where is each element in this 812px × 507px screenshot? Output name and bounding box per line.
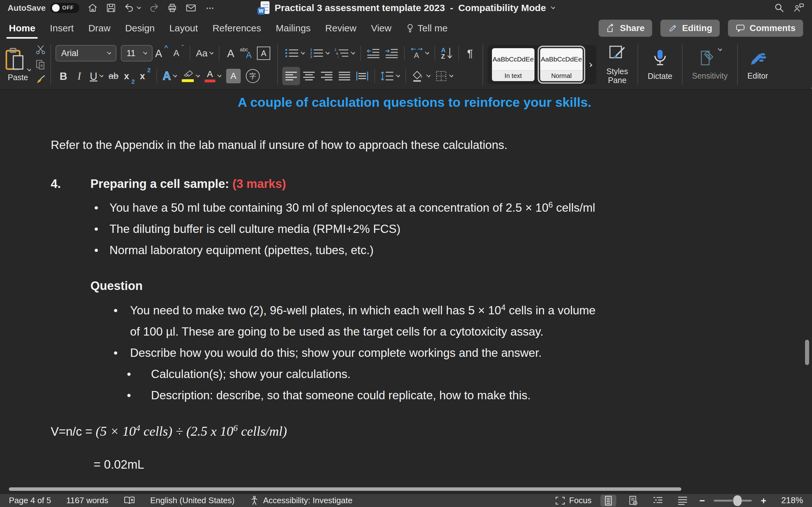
zoom-level[interactable]: 218%: [775, 496, 803, 505]
horizontal-scrollbar[interactable]: [9, 487, 681, 491]
dictate-button[interactable]: Dictate: [643, 42, 677, 88]
font-name-select[interactable]: Arial: [55, 45, 116, 61]
style-card-normal[interactable]: AaBbCcDdEe Normal: [540, 48, 583, 81]
character-border-button[interactable]: A: [254, 44, 273, 62]
web-layout-icon: [628, 496, 638, 506]
comments-button[interactable]: Comments: [728, 20, 803, 37]
numbering-button[interactable]: 123: [307, 44, 332, 62]
highlight-color-button[interactable]: [179, 67, 202, 85]
copy-icon[interactable]: [35, 59, 46, 70]
editing-mode-button[interactable]: Editing: [660, 20, 720, 37]
bullets-button[interactable]: [282, 44, 307, 62]
presence-icon[interactable]: [794, 3, 804, 13]
align-left-button[interactable]: [282, 67, 300, 85]
tab-view[interactable]: View: [371, 23, 392, 34]
shading-button[interactable]: [409, 67, 433, 85]
autosave-label: AutoSave: [8, 3, 46, 13]
justify-button[interactable]: [336, 67, 353, 85]
tab-references[interactable]: References: [212, 23, 261, 34]
save-icon[interactable]: [106, 3, 116, 13]
format-painter-icon[interactable]: [35, 74, 46, 85]
multilevel-list-button[interactable]: 1 a i: [332, 44, 357, 62]
subscript-button[interactable]: x2: [121, 67, 137, 85]
underline-button[interactable]: U: [87, 67, 106, 85]
tab-home[interactable]: Home: [9, 23, 35, 34]
tab-design[interactable]: Design: [125, 23, 154, 34]
bullet-marker: •: [113, 342, 130, 363]
increase-indent-button[interactable]: [383, 44, 401, 62]
font-color-button[interactable]: A: [202, 67, 223, 85]
draft-view-button[interactable]: [675, 495, 691, 507]
print-layout-view-button[interactable]: [600, 495, 616, 507]
change-case-button[interactable]: Aa: [194, 44, 216, 62]
redo-button[interactable]: [149, 3, 159, 13]
editor-button[interactable]: Editor: [742, 42, 773, 88]
paste-button[interactable]: Paste: [5, 48, 31, 82]
focus-button[interactable]: Focus: [555, 496, 592, 505]
paste-chevron-icon[interactable]: [27, 67, 32, 72]
shrink-font-button[interactable]: Aˇ: [171, 44, 187, 62]
word-count[interactable]: 1167 words: [66, 496, 108, 505]
cut-icon[interactable]: [35, 44, 46, 55]
align-right-button[interactable]: [318, 67, 336, 85]
more-commands-icon[interactable]: [205, 3, 215, 13]
tab-tell-me[interactable]: Tell me: [406, 23, 448, 34]
tab-draw[interactable]: Draw: [88, 23, 110, 34]
autosave-toggle[interactable]: AutoSave OFF: [8, 3, 79, 13]
sort-button[interactable]: A Z: [438, 44, 455, 62]
proofing-icon[interactable]: [124, 496, 135, 505]
accessibility-icon: [250, 496, 259, 506]
font-group: Arial 11 A^ Aˇ Aa A abc A: [55, 42, 273, 88]
grow-font-button[interactable]: A^: [153, 44, 171, 62]
tab-insert[interactable]: Insert: [50, 23, 73, 34]
font-size-select[interactable]: 11: [121, 45, 153, 61]
tab-layout[interactable]: Layout: [169, 23, 198, 34]
character-spacing-button[interactable]: A: [408, 44, 432, 62]
outline-view-button[interactable]: [650, 495, 666, 507]
bullet-item: • You have a 50 ml tube containing 30 ml…: [94, 197, 812, 218]
web-layout-view-button[interactable]: [625, 495, 641, 507]
undo-button[interactable]: [124, 3, 141, 13]
vertical-scrollbar[interactable]: [805, 340, 809, 365]
title-chevron-icon[interactable]: [551, 5, 555, 9]
styles-gallery: AaBbCcDdEe In text AaBbCcDdEe Normal: [488, 45, 596, 84]
text-effects-button[interactable]: A: [160, 67, 179, 85]
document-canvas[interactable]: A couple of calculation questions to rei…: [0, 91, 812, 487]
distribute-text-button[interactable]: [353, 67, 371, 85]
search-icon[interactable]: [774, 3, 785, 13]
show-paragraph-marks-button[interactable]: ¶: [462, 44, 478, 62]
tab-mailings[interactable]: Mailings: [275, 23, 310, 34]
styles-gallery-expand-icon[interactable]: [588, 62, 593, 67]
undo-chevron-icon[interactable]: [137, 5, 141, 9]
zoom-slider-thumb[interactable]: [733, 495, 742, 506]
home-icon[interactable]: [88, 3, 98, 13]
italic-button[interactable]: I: [71, 67, 87, 85]
zoom-out-button[interactable]: −: [699, 495, 705, 506]
tab-review[interactable]: Review: [325, 23, 356, 34]
borders-button[interactable]: [433, 67, 455, 85]
styles-pane-button[interactable]: Styles Pane: [601, 45, 633, 84]
superscript-button[interactable]: x2: [137, 67, 153, 85]
share-button[interactable]: Share: [599, 20, 653, 37]
language-indicator[interactable]: English (United States): [150, 496, 235, 505]
zoom-slider[interactable]: [714, 500, 752, 502]
strikethrough-button[interactable]: ab: [106, 67, 121, 85]
decrease-indent-button[interactable]: [364, 44, 383, 62]
autosave-switch[interactable]: OFF: [50, 3, 79, 13]
question-marks: (3 marks): [233, 177, 286, 191]
enclose-characters-button[interactable]: 字: [243, 67, 262, 85]
zoom-in-button[interactable]: +: [761, 495, 766, 506]
clear-formatting-button[interactable]: A: [223, 44, 239, 62]
character-spacing-icon: A: [410, 47, 423, 59]
style-card-in-text[interactable]: AaBbCcDdEe In text: [492, 48, 535, 81]
bold-button[interactable]: B: [55, 67, 71, 85]
mail-icon[interactable]: [186, 3, 196, 13]
character-shading-button[interactable]: A: [223, 67, 243, 85]
line-spacing-button[interactable]: [378, 67, 402, 85]
page-indicator[interactable]: Page 4 of 5: [9, 496, 51, 505]
phonetic-guide-button[interactable]: abc A: [239, 44, 254, 62]
accessibility-status[interactable]: Accessibility: Investigate: [250, 496, 352, 506]
align-center-button[interactable]: [300, 67, 318, 85]
print-icon[interactable]: [167, 3, 177, 13]
title-bar: AutoSave OFF: [0, 0, 812, 16]
